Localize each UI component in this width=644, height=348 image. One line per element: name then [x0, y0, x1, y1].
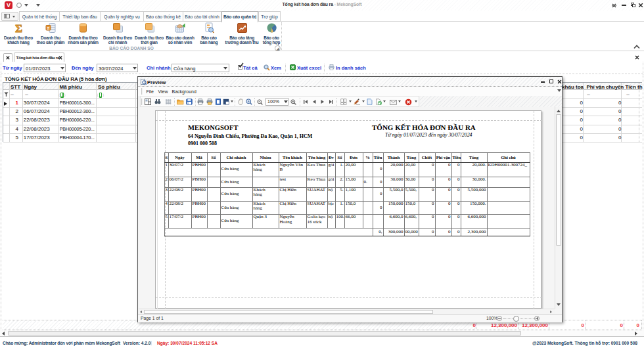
- svg-text:Σ: Σ: [14, 22, 22, 33]
- svg-text:Σ: Σ: [47, 26, 49, 30]
